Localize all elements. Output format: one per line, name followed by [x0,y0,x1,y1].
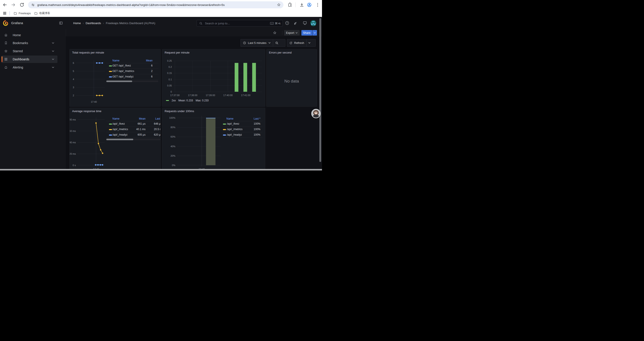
legend-row[interactable]: GET /api/_/livez6 [106,63,158,69]
search-box[interactable]: ⌘+k [196,20,283,27]
time-range-picker[interactable]: Last 5 minutes [241,39,273,47]
axis-tick-label: 20 ms [70,153,76,155]
legend-column-header[interactable]: Name [112,59,120,62]
legend-row[interactable]: /api/_/livez661 µs646 µs [106,121,160,127]
sidebar-item-home[interactable]: Home [2,31,58,39]
legend-column-header[interactable]: Mean [135,59,152,62]
series-swatch [166,100,169,101]
extensions-icon[interactable] [288,3,292,7]
legend-scrollbar[interactable] [106,81,158,82]
axis-tick-label: 17:37:00 [170,94,180,97]
panel-title[interactable]: Requests under 100ms [164,110,194,113]
refresh-interval-dropdown[interactable] [307,39,312,47]
favorite-star-icon[interactable] [273,31,277,35]
axis-tick-label: 20% [170,154,175,157]
legend-row[interactable]: /api/_/livez100% [223,121,262,127]
legend-row[interactable]: GET /api/_/metrics2 [106,69,158,74]
news-rss-icon[interactable] [294,21,298,25]
forward-icon[interactable] [11,3,16,7]
bookmark-star-icon[interactable] [277,3,281,7]
export-button[interactable]: Export [284,30,300,36]
bookmark-folder-blogs[interactable]: 收藏博客 [33,11,52,16]
sidebar-item-dashboards[interactable]: Dashboards [2,56,58,63]
series-point [97,164,99,165]
sidebar-item-bookmarks[interactable]: Bookmarks [2,39,58,47]
grafana-logo[interactable] [3,20,8,26]
chevron-down-icon [52,66,54,69]
download-icon[interactable] [300,3,304,7]
legend-cell-mean: 605 µs [128,133,146,136]
vertical-scrollbar[interactable] [319,18,321,162]
legend-column-header[interactable]: Last * [241,117,260,120]
legend-cell-name: GET /api/_/metrics [112,70,134,73]
legend-scrollbar[interactable] [106,139,160,140]
series-point [99,62,100,64]
floating-assistant-avatar[interactable] [311,109,321,118]
series-point [99,95,100,96]
horizontal-scrollbar[interactable] [0,169,322,171]
sidebar-item-starred[interactable]: Starred [2,47,58,55]
legend-row[interactable]: /api/_/metrics100% [223,127,262,132]
legend-cell-last: 100% [241,128,260,131]
legend-column-header[interactable]: Mean [128,117,146,120]
legend-cell-name: /api/_/livez [112,122,125,125]
bookmark-label: Freeleaps [19,12,31,15]
series-swatch [223,124,226,125]
legend-row[interactable]: /api/_/readyz605 µs620 µs [106,132,160,138]
series-point [100,149,101,151]
axis-tick-label: 6 [73,62,74,64]
panel-title[interactable]: Request per minute [164,51,190,54]
search-shortcut: ⌘+k [270,22,282,25]
axis-tick-label: 40% [170,145,175,148]
series-swatch [109,65,112,67]
browser-toolbar: grafana.mathmast.com/d/deytv4rwavabkb/fr… [0,0,322,10]
breadcrumb-dashboards[interactable]: Dashboards [86,22,101,25]
url-bar[interactable]: grafana.mathmast.com/d/deytv4rwavabkb/fr… [28,1,284,8]
legend[interactable]: 2xx Mean: 0.233 Max: 0.233 [166,99,209,102]
apps-grid-icon[interactable] [3,12,6,15]
home-icon [4,33,8,37]
help-icon[interactable]: ? [285,21,289,25]
legend-column-header[interactable]: Name [112,117,120,120]
monitor-icon[interactable] [303,21,307,25]
legend-cell-mean: 40.1 ms [128,128,146,131]
panel-request-per-minute: Request per minute 0.250.20.150.10.05017… [162,49,265,107]
legend-scrollbar-thumb[interactable] [106,139,133,140]
legend-row[interactable]: GET /api/_/readyz6 [106,74,158,80]
panel-title[interactable]: Average response time [72,110,101,113]
breadcrumb-home[interactable]: Home [73,22,81,25]
axis-tick-label: 17:40:00 [223,94,233,97]
reload-icon[interactable] [20,3,24,7]
axis-tick-label: 17:40 [91,101,97,103]
sidebar-item-alerting[interactable]: Alerting [2,64,58,71]
panel-title[interactable]: Total requests per minute [72,51,104,54]
axis-tick-label: 0.25 [167,60,172,62]
legend-scrollbar-thumb[interactable] [106,81,132,82]
panel-title[interactable]: Errors per second [269,51,292,54]
bookmark-folder-freeleaps[interactable]: Freeleaps [12,11,32,16]
share-dropdown-button[interactable] [312,30,317,36]
legend-cell-name: GET /api/_/readyz [112,75,134,78]
active-item-accent [2,56,2,62]
dock-menu-toggle-icon[interactable] [59,21,63,25]
legend-column-header[interactable]: Last * [155,117,160,120]
profile-icon[interactable] [307,3,312,7]
legend-row[interactable]: /api/_/readyz100% [223,132,262,138]
zoom-out-button[interactable] [273,39,281,47]
series-point [98,143,99,144]
series-point [100,164,101,165]
site-settings-icon[interactable] [31,3,35,7]
back-icon[interactable] [2,3,7,7]
share-button[interactable]: Share [302,30,312,36]
legend-column-header[interactable]: Name [226,117,234,120]
user-avatar[interactable] [310,20,316,26]
series-swatch [109,135,112,136]
menu-icon[interactable] [315,3,320,7]
legend-cell-last: 100% [241,133,260,136]
search-input[interactable] [204,22,270,25]
refresh-button[interactable]: Refresh [287,39,306,47]
legend-cell-mean: 6 [135,75,152,78]
brand-name: Grafana [11,21,23,25]
axis-tick-label: 17:39:00 [206,94,215,97]
legend-row[interactable]: /api/_/metrics40.1 ms20.5 ms [106,127,160,132]
